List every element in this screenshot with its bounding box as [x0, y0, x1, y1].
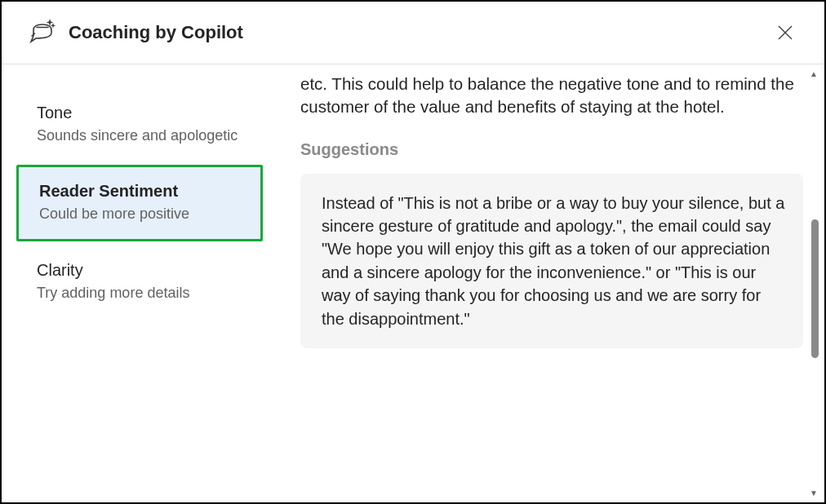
suggestions-heading: Suggestions: [300, 140, 803, 159]
sidebar-item-title: Tone: [37, 104, 242, 122]
close-button[interactable]: [772, 20, 798, 46]
coaching-icon: [28, 18, 57, 47]
sidebar: Tone Sounds sincere and apologetic Reade…: [2, 64, 278, 502]
main-panel: etc. This could help to balance the nega…: [278, 64, 824, 502]
header-left: Coaching by Copilot: [28, 18, 243, 47]
page-title: Coaching by Copilot: [69, 22, 243, 43]
content-row: Tone Sounds sincere and apologetic Reade…: [2, 64, 824, 502]
sidebar-item-tone[interactable]: Tone Sounds sincere and apologetic: [16, 89, 263, 160]
scroll-down-icon[interactable]: ▼: [810, 489, 818, 497]
header: Coaching by Copilot: [2, 2, 824, 64]
sidebar-item-reader-sentiment[interactable]: Reader Sentiment Could be more positive: [16, 165, 263, 241]
scroll-up-icon[interactable]: ▲: [810, 69, 818, 78]
sidebar-item-subtitle: Could be more positive: [39, 204, 240, 223]
sidebar-item-title: Clarity: [37, 261, 242, 280]
scroll-thumb[interactable]: [811, 219, 819, 358]
sidebar-item-title: Reader Sentiment: [39, 182, 240, 201]
close-icon: [777, 24, 793, 41]
main-content: etc. This could help to balance the nega…: [278, 64, 824, 502]
sidebar-item-subtitle: Sounds sincere and apologetic: [37, 126, 242, 145]
sidebar-item-subtitle: Try adding more details: [37, 283, 242, 303]
analysis-body-text: etc. This could help to balance the nega…: [300, 73, 803, 119]
sidebar-item-clarity[interactable]: Clarity Try adding more details: [16, 246, 263, 317]
suggestion-card: Instead of "This is not a bribe or a way…: [300, 174, 803, 348]
